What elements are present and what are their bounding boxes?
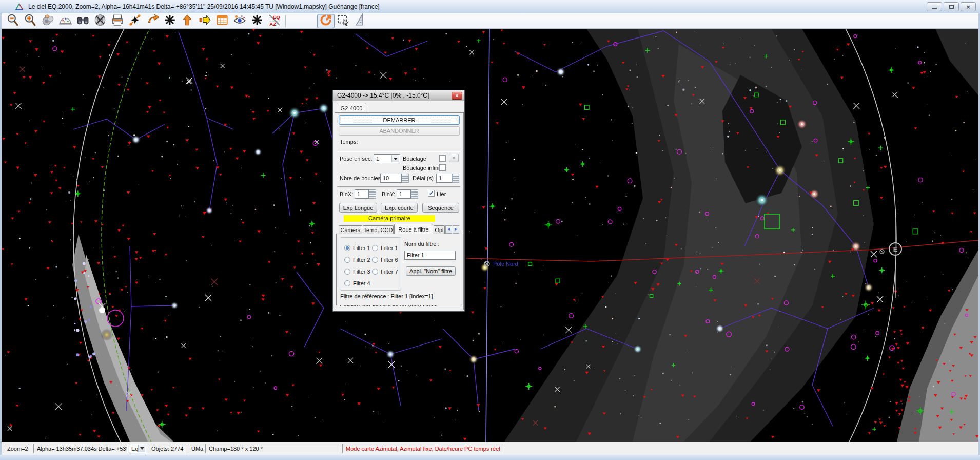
ccd-camera-dialog: G2-4000 -> 15.4°C [0% , -15.0°C] × G2-40… [332, 90, 465, 312]
filter-radio-c1-3[interactable]: Filter 4 [344, 280, 370, 286]
east-cardinal-marker: E [889, 242, 902, 256]
link-checkbox[interactable]: ✓ [428, 190, 435, 197]
spin-down-icon[interactable] [402, 178, 409, 183]
window-bottom-frame [0, 455, 980, 460]
flip-field-button[interactable] [144, 14, 161, 28]
loop-checkbox[interactable] [439, 155, 446, 162]
exposure-value: 1 [376, 156, 379, 162]
selection-tool-button[interactable] [335, 14, 352, 28]
filter-radio-c2-0[interactable]: Filter 1 [372, 245, 398, 251]
restore-button[interactable] [944, 2, 959, 11]
exposure-label: Pose en sec. [340, 156, 373, 162]
separator [337, 151, 460, 152]
long-exposure-button[interactable]: Exp Longue [339, 203, 377, 213]
main-toolbar: EQAZ [2, 13, 978, 29]
rotate-tool-button[interactable] [317, 14, 335, 28]
radio-icon[interactable] [372, 245, 378, 251]
catalog-settings-icon [41, 13, 54, 29]
biny-label: BinY: [382, 191, 395, 197]
frame-dropdown-arrow[interactable] [138, 445, 145, 452]
radio-icon[interactable] [344, 269, 350, 275]
short-exposure-button[interactable]: Exp. courte [381, 203, 418, 213]
filter-radio-c2-1[interactable]: Filter 6 [372, 257, 398, 263]
radio-icon[interactable] [372, 269, 378, 275]
loop-clear-button[interactable]: × [449, 154, 459, 162]
sky-canvas[interactable] [2, 29, 978, 442]
spin-up-icon[interactable] [411, 189, 418, 194]
apply-filter-name-button[interactable]: Appl. "Nom" filtre [406, 266, 456, 276]
filter-radio-group: Filter 1Filter 2Filter 3Filter 4Filter 1… [340, 237, 401, 291]
ephemeris-table-button[interactable] [213, 14, 231, 28]
filter-radio-c1-2[interactable]: Filter 3 [344, 269, 370, 275]
radio-icon[interactable] [344, 245, 350, 251]
binx-spinner[interactable]: 1 [355, 189, 376, 199]
exposure-dropdown-arrow[interactable] [391, 155, 399, 162]
filter-radio-c2-2[interactable]: Filter 7 [372, 269, 398, 275]
eq-az-toggle-button[interactable]: EQAZ [266, 14, 283, 28]
start-button[interactable]: DEMARRER [339, 115, 460, 125]
loops-count-spinner[interactable]: 10 [380, 174, 409, 183]
next-step-button[interactable] [196, 14, 213, 28]
dialog-title-bar[interactable]: G2-4000 -> 15.4°C [0% , -15.0°C] [333, 90, 464, 101]
measure-tool-button[interactable] [352, 14, 369, 28]
spin-down-icon[interactable] [452, 178, 459, 183]
minimize-button[interactable] [927, 2, 942, 11]
status-mode: Mode carte Azimutal, Azimutal fixe, Date… [342, 444, 503, 453]
selection-tool-icon [337, 13, 350, 29]
spin-up-icon[interactable] [452, 174, 459, 178]
dialog-close-button[interactable]: × [452, 92, 462, 100]
zoom-out-icon [6, 13, 19, 29]
search-binoculars-button[interactable] [74, 14, 91, 28]
filter-radio-label: Filter 6 [381, 257, 398, 263]
tab-scroll-right-button[interactable]: ► [453, 225, 459, 234]
print-button[interactable] [109, 14, 126, 28]
reference-filter-text: Filtre de référence : Filter 1 [Index=1] [340, 293, 433, 299]
application-window: Le ciel EQ.2000, Zoom=2, Alpha= 16h41m41… [0, 0, 980, 460]
tab-camera[interactable]: Camera [339, 225, 362, 234]
filter-radio-c1-1[interactable]: Filter 2 [344, 257, 370, 263]
zoom-in-button[interactable] [22, 14, 39, 28]
loop-infinite-checkbox[interactable] [439, 164, 446, 171]
spin-up-icon[interactable] [402, 174, 409, 178]
hide-object-button[interactable] [91, 14, 109, 28]
close-button[interactable]: × [961, 2, 976, 11]
sequence-button[interactable]: Sequence [422, 203, 459, 213]
rotate-tool-icon [319, 13, 332, 29]
hide-object-icon [93, 13, 107, 29]
filter-radio-c1-0[interactable]: Filter 1 [344, 245, 370, 251]
loop-infinite-label: Bouclage infini [403, 165, 440, 171]
center-object-icon [128, 13, 142, 29]
status-field: Champ=180 ° x 120 ° [205, 444, 339, 453]
center-object-button[interactable] [126, 14, 144, 28]
spin-down-icon[interactable] [411, 194, 418, 199]
filter-radio-label: Filter 4 [353, 280, 370, 286]
filter-radio-label: Filter 2 [353, 257, 370, 263]
tab-temp-ccd[interactable]: Temp. CCD [363, 225, 394, 234]
less-stars-button[interactable] [248, 14, 266, 28]
spin-down-icon[interactable] [369, 194, 376, 199]
print-icon [111, 13, 124, 29]
radio-icon[interactable] [372, 257, 378, 263]
catalog-settings-button[interactable] [39, 14, 56, 28]
more-stars-button[interactable] [161, 14, 179, 28]
tab-g2-4000[interactable]: G2-4000 [337, 103, 366, 113]
radio-icon[interactable] [344, 257, 350, 263]
planet-visibility-button[interactable] [231, 14, 248, 28]
tab-options[interactable]: Opl [434, 225, 445, 234]
tab-filter-wheel[interactable]: Roue à filtre [394, 224, 433, 234]
planetarium-dome-button[interactable] [56, 14, 74, 28]
tab-scroll-left-button[interactable]: ◄ [445, 225, 452, 234]
radio-icon[interactable] [344, 280, 350, 286]
filter-name-input[interactable]: Filter 1 [404, 251, 456, 260]
sky-map[interactable]: Pôle Nord E [2, 29, 978, 442]
delay-spinner[interactable]: 1 [436, 174, 459, 183]
link-label: Lier [437, 191, 446, 197]
biny-spinner[interactable]: 1 [397, 189, 418, 199]
zoom-out-button[interactable] [4, 14, 22, 28]
close-icon: × [966, 4, 970, 10]
frame-select[interactable]: Eq [129, 444, 146, 453]
exposure-combobox[interactable]: 1 [374, 154, 400, 163]
filter-radio-label: Filter 3 [353, 269, 370, 275]
orientation-up-button[interactable] [179, 14, 196, 28]
spin-up-icon[interactable] [369, 189, 376, 194]
